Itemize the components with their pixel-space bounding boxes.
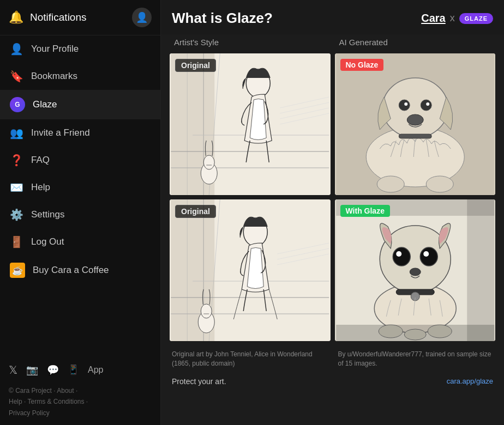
bell-icon: 🔔 [9, 10, 23, 25]
x-separator: x [450, 13, 455, 24]
label-original-top: Original [175, 59, 216, 72]
protect-text: Protect your art. [172, 377, 226, 386]
terms-text[interactable]: Help · Terms & Conditions · [9, 398, 88, 405]
sidebar-item-help[interactable]: ✉️ Help [0, 174, 160, 201]
glaze-label: Glaze [33, 99, 57, 110]
label-original-bottom: Original [175, 205, 216, 218]
svg-point-50 [410, 268, 421, 276]
bookmarks-label: Bookmarks [31, 71, 77, 82]
svg-point-20 [399, 100, 410, 111]
sidebar-item-invite[interactable]: 👥 Invite a Friend [0, 119, 160, 147]
dog-glaze-cell: With Glaze [335, 199, 496, 341]
copyright-text[interactable]: © Cara Project · About · [9, 387, 77, 394]
svg-point-52 [411, 292, 419, 301]
glaze-card: What is Glaze? Cara x GLAZE Artist's Sty… [161, 0, 504, 425]
cara-brand-text: Cara [421, 12, 445, 25]
sidebar-footer: 𝕏 📷 💬 📱 App © Cara Project · About · Hel… [0, 355, 160, 425]
svg-point-46 [393, 247, 410, 266]
logout-icon: 🚪 [10, 235, 23, 248]
footer-links: © Cara Project · About · Help · Terms & … [9, 385, 152, 418]
caption-right: By u/WonderfulWanderer777, trained on sa… [336, 350, 496, 368]
person-icon: 👤 [136, 11, 148, 23]
svg-point-22 [404, 102, 407, 106]
svg-point-21 [421, 100, 431, 111]
faq-icon: ❓ [10, 154, 23, 167]
social-links: 𝕏 📷 💬 📱 App [9, 361, 152, 379]
invite-icon: 👥 [10, 126, 23, 139]
privacy-text[interactable]: Privacy Policy [9, 409, 50, 417]
comparison-top-row: Original [161, 51, 504, 197]
svg-point-25 [377, 176, 404, 192]
mail-icon: ✉️ [10, 181, 23, 194]
svg-point-38 [201, 304, 212, 318]
cara-link[interactable]: cara.app/glaze [447, 377, 493, 385]
notifications-item[interactable]: 🔔 Notifications [9, 10, 87, 25]
svg-rect-27 [399, 134, 431, 138]
label-with-glaze: With Glaze [340, 205, 390, 217]
footer-captions: Original art by John Tenniel, Alice in W… [170, 350, 495, 368]
coffee-icon: ☕ [10, 263, 25, 278]
faq-label: FAQ [31, 155, 50, 166]
svg-point-47 [420, 247, 437, 266]
sidebar-item-profile[interactable]: 👤 Your Profile [0, 35, 160, 63]
dog-glaze-image [335, 199, 496, 341]
profile-label: Your Profile [31, 44, 79, 54]
profile-avatar-button[interactable]: 👤 [132, 8, 152, 27]
sidebar-item-faq[interactable]: ❓ FAQ [0, 147, 160, 174]
dog-noglaze-cell: No Glaze [335, 53, 496, 195]
coffee-label: Buy Cara a Coffee [33, 265, 109, 276]
sidebar-item-coffee[interactable]: ☕ Buy Cara a Coffee [0, 256, 160, 285]
help-label: Help [31, 182, 50, 193]
alice-glazed-cell: Original [170, 199, 331, 341]
svg-point-10 [203, 155, 214, 169]
settings-label: Settings [31, 209, 64, 220]
alice-glazed-image [170, 199, 331, 341]
caption-left: Original art by John Tenniel, Alice in W… [170, 350, 329, 368]
svg-rect-58 [467, 199, 494, 341]
svg-point-49 [423, 251, 429, 257]
glaze-badge: GLAZE [459, 13, 493, 24]
alice-original-cell: Original [170, 53, 331, 195]
sidebar-top: 🔔 Notifications 👤 [0, 0, 160, 35]
label-no-glaze: No Glaze [340, 59, 384, 71]
app-label[interactable]: App [88, 365, 103, 375]
phone-icon[interactable]: 📱 [68, 364, 79, 375]
svg-point-26 [426, 176, 453, 192]
svg-point-19 [382, 78, 448, 138]
svg-point-24 [407, 114, 423, 125]
glaze-brand: Cara x GLAZE [421, 12, 493, 25]
instagram-icon[interactable]: 📷 [26, 364, 38, 376]
bookmark-icon: 🔖 [10, 70, 23, 83]
col2-header: AI Generated [333, 34, 498, 51]
column-headers: Artist's Style AI Generated [161, 34, 504, 51]
alice-original-image [170, 53, 331, 195]
sidebar-item-bookmarks[interactable]: 🔖 Bookmarks [0, 63, 160, 90]
discord-icon[interactable]: 💬 [47, 364, 59, 376]
sidebar-item-glaze[interactable]: G Glaze [0, 90, 160, 119]
svg-point-23 [426, 102, 429, 106]
logout-label: Log Out [31, 236, 64, 247]
footer-bottom: Protect your art. cara.app/glaze [170, 375, 495, 386]
glaze-header: What is Glaze? Cara x GLAZE [161, 0, 504, 34]
notifications-label: Notifications [30, 11, 87, 23]
profile-icon: 👤 [10, 42, 23, 56]
sidebar-item-logout[interactable]: 🚪 Log Out [0, 228, 160, 256]
col1-header: Artist's Style [167, 34, 333, 51]
main-content: What is Glaze? Cara x GLAZE Artist's Sty… [161, 0, 504, 425]
glaze-title: What is Glaze? [172, 10, 273, 27]
glaze-footer: Original art by John Tenniel, Alice in W… [161, 343, 504, 391]
gear-icon: ⚙️ [10, 208, 23, 221]
svg-point-48 [396, 251, 401, 257]
invite-label: Invite a Friend [31, 127, 90, 138]
glaze-icon: G [10, 97, 25, 112]
dog-noglaze-image [335, 53, 496, 195]
sidebar-item-settings[interactable]: ⚙️ Settings [0, 201, 160, 228]
twitter-icon[interactable]: 𝕏 [9, 363, 17, 377]
sidebar: 🔔 Notifications 👤 👤 Your Profile 🔖 Bookm… [0, 0, 161, 425]
comparison-bottom-row: Original [161, 197, 504, 343]
